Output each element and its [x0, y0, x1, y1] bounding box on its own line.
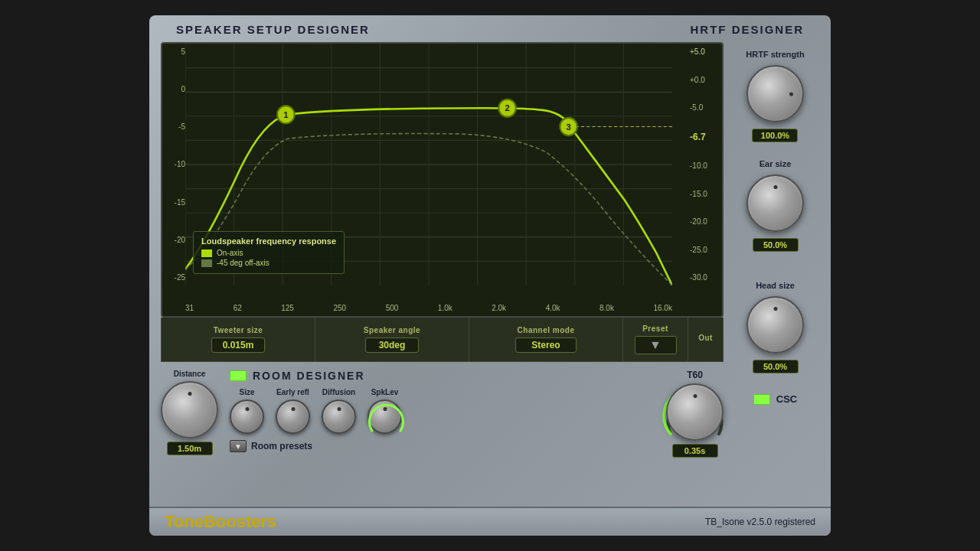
early-refl-knob[interactable] [276, 399, 310, 434]
x-label-125: 125 [281, 304, 294, 312]
plugin-container: SPEAKER SETUP DESIGNER HRTF DESIGNER 5 0… [149, 15, 831, 536]
diffusion-knob-dot [337, 407, 341, 411]
head-size-knob-dot [773, 307, 777, 311]
controls-bar: Tweeter size 0.015m Speaker angle 30deg … [161, 318, 724, 362]
x-label-500: 500 [386, 304, 399, 312]
size-knob-group: Size [230, 388, 264, 434]
spklev-label: SpkLev [371, 388, 399, 396]
channel-mode-value[interactable]: Stereo [515, 337, 577, 353]
preset-label: Preset [642, 324, 668, 333]
early-refl-knob-dot [291, 407, 295, 411]
room-knobs: Size Early refl Diffusion [230, 388, 655, 434]
speaker-angle-value[interactable]: 30deg [365, 337, 419, 353]
y-label-right-p5: +5.0 [690, 47, 720, 56]
y-label-right-n25: -25.0 [690, 246, 720, 254]
room-presets-label: Room presets [251, 441, 312, 452]
y-labels-left: 5 0 -5 -10 -15 -20 -25 [164, 44, 185, 285]
y-label-right-0: +0.0 [690, 76, 720, 84]
footer-brand-bold: Boosters [204, 512, 276, 531]
tweeter-size-group: Tweeter size 0.015m [162, 318, 315, 361]
t60-knob[interactable] [666, 383, 724, 441]
size-knob[interactable] [230, 399, 264, 434]
head-size-knob[interactable] [746, 296, 804, 354]
t60-section: T60 0.35s [666, 370, 724, 458]
distance-knob[interactable] [161, 381, 218, 439]
room-header: ROOM DESIGNER [230, 370, 655, 382]
x-label-8k: 8.0k [599, 304, 614, 312]
ear-size-knob[interactable] [746, 174, 804, 232]
hrtf-strength-value[interactable]: 100.0% [752, 129, 798, 142]
t60-value[interactable]: 0.35s [672, 444, 718, 458]
diffusion-knob[interactable] [322, 399, 356, 434]
channel-mode-group: Channel mode Stereo [469, 318, 623, 361]
svg-text:2: 2 [505, 103, 509, 112]
right-panel: HRTF strength 100.0% Ear size 50.0% Head… [731, 42, 819, 458]
distance-value[interactable]: 1.50m [167, 442, 213, 455]
y-label-n5: -5 [164, 122, 185, 131]
y-label-right-n67: -6.7 [690, 132, 720, 142]
y-label-right-n5: -5.0 [690, 103, 720, 112]
csc-label: CSC [776, 393, 797, 405]
out-group: Out [688, 318, 723, 361]
x-label-1k: 1.0k [438, 304, 452, 312]
ear-size-knob-dot [773, 185, 777, 189]
tweeter-size-label: Tweeter size [214, 326, 263, 334]
head-size-label: Head size [756, 281, 795, 290]
t60-knob-dot [693, 394, 697, 398]
hrtf-strength-group: HRTF strength 100.0% [746, 50, 804, 142]
ear-size-group: Ear size 50.0% [746, 159, 804, 252]
y-label-n10: -10 [164, 160, 185, 168]
y-label-n20: -20 [164, 236, 185, 244]
x-label-4k: 4.0k [546, 304, 560, 312]
y-labels-right: +5.0 +0.0 -5.0 -6.7 -10.0 -15.0 -20.0 -2… [690, 44, 720, 285]
distance-knob-dot [188, 392, 191, 396]
room-presets-dropdown-icon[interactable]: ▼ [230, 440, 247, 452]
hrtf-strength-knob[interactable] [746, 65, 804, 122]
legend-off-axis-color [201, 259, 212, 267]
legend-off-axis-item: -45 deg off-axis [201, 259, 336, 267]
out-label: Out [698, 334, 713, 342]
legend-off-axis-label: -45 deg off-axis [217, 259, 270, 267]
size-label: Size [239, 388, 254, 396]
speaker-angle-label: Speaker angle [364, 326, 420, 334]
eq-display: 5 0 -5 -10 -15 -20 -25 +5.0 +0.0 -5.0 -6… [161, 42, 724, 318]
y-label-right-n30: -30.0 [690, 273, 720, 282]
bottom-section: Distance 1.50m ROOM DESIGNER Size [161, 370, 724, 458]
spklev-knob[interactable] [368, 399, 402, 434]
y-label-5: 5 [164, 47, 185, 56]
left-panel: 5 0 -5 -10 -15 -20 -25 +5.0 +0.0 -5.0 -6… [161, 42, 724, 458]
legend-on-axis-label: On-axis [217, 249, 243, 257]
footer-brand-plain: Tone [165, 512, 204, 531]
y-label-right-n20: -20.0 [690, 217, 720, 226]
distance-label: Distance [174, 370, 206, 378]
csc-indicator[interactable] [753, 394, 770, 405]
head-size-value[interactable]: 50.0% [753, 360, 799, 373]
room-title: ROOM DESIGNER [253, 370, 365, 382]
ear-size-value[interactable]: 50.0% [753, 238, 799, 252]
t60-label: T60 [687, 370, 703, 380]
preset-dropdown[interactable]: ▼ [635, 336, 677, 354]
svg-text:3: 3 [566, 122, 570, 132]
hrtf-strength-label: HRTF strength [746, 50, 804, 59]
speaker-angle-group: Speaker angle 30deg [315, 318, 469, 361]
hrtf-strength-knob-dot [789, 92, 793, 96]
x-label-16k: 16.0k [653, 304, 671, 312]
footer: ToneBoosters TB_Isone v2.5.0 registered [149, 507, 831, 536]
csc-row: CSC [753, 393, 797, 405]
x-label-2k: 2.0k [492, 304, 506, 312]
footer-version: TB_Isone v2.5.0 registered [705, 517, 815, 527]
preset-group: Preset ▼ [623, 318, 688, 361]
tweeter-size-value[interactable]: 0.015m [211, 337, 265, 353]
y-label-n15: -15 [164, 198, 185, 207]
spklev-knob-group: SpkLev [368, 388, 402, 434]
legend-on-axis-item: On-axis [201, 249, 336, 257]
x-label-62: 62 [234, 304, 242, 312]
legend-title: Loudspeaker frequency response [201, 236, 336, 246]
room-presets-row: ▼ Room presets [230, 440, 655, 452]
diffusion-label: Diffusion [322, 388, 355, 396]
room-indicator[interactable] [230, 370, 247, 381]
y-label-n25: -25 [164, 273, 185, 282]
head-size-group: Head size 50.0% [746, 281, 804, 373]
legend-on-axis-color [201, 249, 212, 257]
y-label-0: 0 [164, 85, 185, 93]
